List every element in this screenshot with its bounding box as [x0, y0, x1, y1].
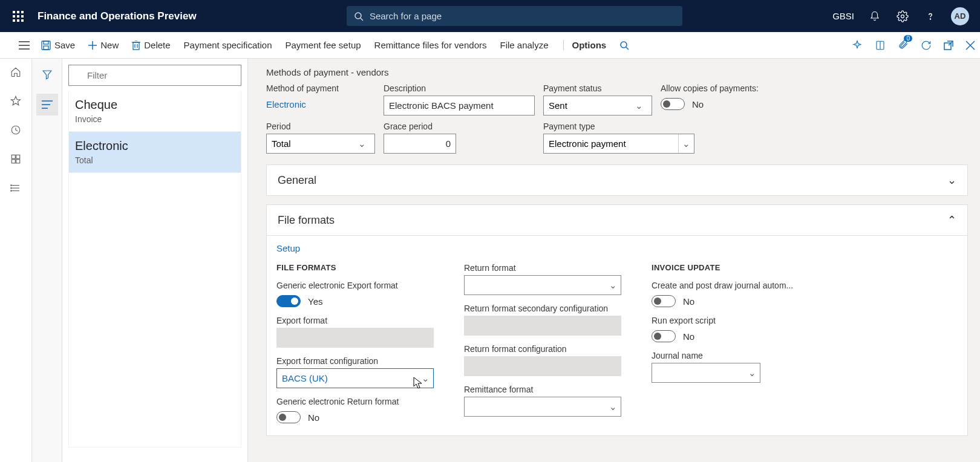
grace-period-input[interactable]: [384, 134, 456, 154]
svg-marker-25: [11, 97, 21, 105]
remittance-files-button[interactable]: Remittance files for vendors: [374, 40, 487, 50]
file-formats-fasttab-header[interactable]: File formats ⌃: [267, 205, 967, 235]
attachment-count: 0: [904, 35, 912, 42]
copilot-icon[interactable]: [852, 40, 863, 51]
list-item-title: Electronic: [75, 139, 235, 153]
export-format-label: Export format: [276, 316, 434, 325]
nav-modules-icon[interactable]: [8, 181, 23, 195]
app-launcher-icon[interactable]: [6, 11, 30, 22]
filter-pane-icon[interactable]: [36, 63, 58, 85]
find-button[interactable]: [619, 41, 629, 50]
nav-favorites-icon[interactable]: [8, 94, 23, 108]
chevron-down-icon: ⌄: [678, 134, 694, 153]
remittance-format-label: Remittance format: [464, 385, 621, 394]
nav-toggle-icon[interactable]: [12, 41, 36, 50]
svg-point-17: [621, 42, 627, 48]
journal-name-label: Journal name: [652, 351, 760, 360]
run-script-label: Run export script: [652, 316, 809, 325]
remittance-format-combo[interactable]: ⌄: [464, 397, 621, 417]
notifications-icon[interactable]: [867, 9, 882, 24]
app-title: Finance and Operations Preview: [38, 10, 197, 22]
method-of-payment-value[interactable]: Electronic: [266, 96, 375, 113]
payment-status-select[interactable]: Sent ⌄: [543, 96, 652, 116]
file-formats-section-header: FILE FORMATS: [276, 263, 434, 272]
method-of-payment-label: Method of payment: [266, 83, 375, 93]
payment-status-value: Sent: [549, 100, 567, 111]
chevron-down-icon: ⌄: [632, 100, 647, 111]
svg-point-34: [11, 185, 12, 186]
list-item[interactable]: Electronic Total: [69, 132, 241, 173]
legal-entity-picker[interactable]: GBSI: [832, 11, 854, 21]
generic-export-value: Yes: [308, 296, 322, 307]
description-input[interactable]: [384, 96, 535, 116]
return-format-combo[interactable]: ⌄: [464, 275, 621, 295]
plus-icon: [88, 41, 97, 50]
nav-home-icon[interactable]: [8, 65, 23, 79]
run-script-value: No: [683, 331, 694, 342]
payment-specification-button[interactable]: Payment specification: [184, 40, 272, 50]
help-icon[interactable]: [923, 9, 938, 24]
svg-point-35: [11, 187, 12, 189]
period-value: Total: [272, 138, 291, 149]
export-config-value: BACS (UK): [282, 373, 328, 383]
filter-rail: [32, 59, 62, 462]
global-search-input[interactable]: Search for a page: [347, 6, 682, 26]
book-icon[interactable]: [875, 40, 886, 51]
general-fasttab-title: General: [278, 174, 316, 187]
svg-point-3: [930, 18, 930, 19]
period-select[interactable]: Total ⌄: [266, 134, 375, 154]
svg-line-1: [361, 18, 363, 21]
generic-export-toggle[interactable]: [276, 295, 301, 307]
svg-rect-12: [133, 42, 139, 50]
generic-return-value: No: [308, 412, 319, 423]
file-analyze-button[interactable]: File analyze: [500, 40, 548, 50]
run-script-toggle[interactable]: [652, 330, 676, 342]
popout-icon[interactable]: [944, 41, 953, 50]
payment-fee-setup-label: Payment fee setup: [285, 40, 361, 50]
action-bar: Save New Delete Payment specification Pa…: [0, 32, 980, 59]
list-item-subtitle: Invoice: [75, 114, 235, 124]
new-button[interactable]: New: [88, 40, 119, 50]
svg-rect-30: [16, 160, 20, 163]
return-config-label: Return format configuration: [464, 344, 621, 354]
export-config-combo[interactable]: BACS (UK) ⌄: [276, 368, 434, 388]
list-item[interactable]: Cheque Invoice: [69, 91, 241, 132]
journal-name-combo[interactable]: ⌄: [652, 363, 760, 383]
nav-recent-icon[interactable]: [8, 123, 23, 137]
return-format-label: Return format: [464, 263, 621, 273]
delete-button[interactable]: Delete: [132, 40, 170, 50]
svg-rect-8: [44, 41, 48, 44]
general-fasttab-header[interactable]: General ⌄: [267, 165, 967, 195]
close-icon[interactable]: [965, 41, 975, 50]
page-title: Methods of payment - vendors: [266, 67, 968, 77]
list-filter-input[interactable]: [68, 65, 241, 86]
nav-workspaces-icon[interactable]: [8, 152, 23, 166]
settings-icon[interactable]: [895, 9, 910, 24]
svg-line-18: [626, 47, 629, 50]
payment-type-value: Electronic payment: [544, 138, 631, 149]
svg-rect-7: [42, 41, 50, 50]
user-avatar[interactable]: AD: [951, 7, 969, 25]
export-config-label: Export format configuration: [276, 356, 434, 366]
generic-return-toggle[interactable]: [276, 411, 301, 423]
svg-rect-29: [11, 160, 15, 163]
save-icon: [41, 41, 51, 50]
allow-copies-toggle[interactable]: [661, 98, 685, 110]
options-label: Options: [572, 40, 607, 50]
svg-point-0: [355, 13, 361, 19]
related-info-icon[interactable]: [36, 94, 58, 116]
payment-fee-setup-button[interactable]: Payment fee setup: [285, 40, 361, 50]
create-post-toggle[interactable]: [652, 295, 676, 307]
refresh-icon[interactable]: [921, 40, 932, 51]
chevron-down-icon: ⌄: [606, 402, 621, 412]
allow-copies-label: Allow copies of payments:: [661, 83, 968, 93]
svg-point-36: [11, 190, 12, 192]
save-button[interactable]: Save: [41, 40, 75, 50]
setup-link[interactable]: Setup: [276, 243, 958, 253]
general-fasttab: General ⌄: [266, 164, 968, 196]
attachments-button[interactable]: 0: [898, 39, 909, 51]
new-label: New: [100, 40, 119, 50]
options-button[interactable]: Options: [563, 40, 607, 50]
chevron-down-icon: ⌄: [606, 280, 621, 291]
payment-type-select[interactable]: Electronic payment ⌄: [543, 134, 694, 154]
